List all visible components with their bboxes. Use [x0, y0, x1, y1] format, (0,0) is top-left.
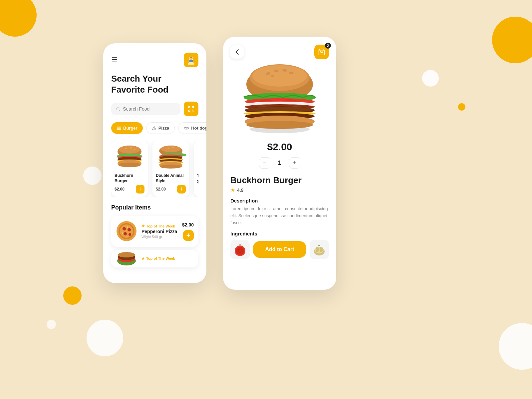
avatar-button[interactable] [184, 53, 198, 67]
ingredient-tomato [230, 240, 250, 259]
hotdog-tab-icon [184, 126, 189, 130]
add-to-cart-button[interactable]: Add to Cart [253, 241, 306, 258]
double-burger-image [156, 145, 186, 170]
popular-item-pepperoni-badge: ★ Top of The Week [141, 224, 178, 228]
deco-circle-top-right-small [422, 70, 439, 87]
quantity-increase-button[interactable]: + [289, 157, 300, 169]
user-avatar-icon [186, 55, 196, 65]
food-card-double-add-button[interactable]: + [177, 185, 186, 194]
deco-circle-mid-left [83, 167, 102, 185]
popular-item-pepperoni-info: ★ Top of The Week Pepperoni Pizza Wight … [141, 224, 178, 239]
svg-rect-3 [189, 60, 193, 62]
cart-badge: 2 [325, 43, 331, 49]
buckhorn-burger-image [115, 145, 144, 170]
food-card-buckhorn-bottom: $2.00 + [115, 185, 144, 194]
tab-pizza[interactable]: Pizza [146, 122, 175, 134]
popular-item-2-info: ★ Top of The Week [141, 256, 194, 261]
deco-circle-top-right-large [492, 17, 532, 63]
popular-item-pepperoni-add-button[interactable]: + [183, 230, 194, 241]
food-card-loc[interactable]: The Lo... $2.00 [194, 141, 198, 197]
product-rating-row: ★ 4.9 [230, 187, 329, 193]
svg-rect-14 [117, 128, 121, 128]
food-card-loc-price: $2.00 [197, 179, 198, 184]
svg-rect-9 [189, 110, 190, 111]
food-card-loc-img [197, 144, 198, 171]
svg-point-55 [127, 226, 128, 228]
product-rating-value: 4.9 [237, 188, 243, 193]
left-phone: ☰ Search Your Favorite Food [103, 43, 206, 283]
svg-point-50 [120, 224, 133, 238]
svg-point-53 [124, 232, 127, 235]
svg-point-54 [129, 233, 131, 236]
category-tabs: Burger Pizza Hot dog [111, 122, 198, 134]
quantity-control: − 1 + [223, 157, 336, 169]
popular-item-pepperoni-name: Pepperoni Pizza [141, 229, 178, 234]
food-cards-scroll: Buckhorn Burger $2.00 + [111, 141, 198, 197]
svg-line-12 [193, 111, 194, 112]
tab-burger[interactable]: Burger [111, 122, 143, 134]
svg-point-52 [128, 228, 131, 231]
food-card-buckhorn-add-button[interactable]: + [136, 185, 144, 194]
ingredient-onion [310, 240, 329, 259]
food-card-loc-bottom: $2.00 [197, 179, 198, 184]
svg-point-20 [119, 146, 140, 154]
deco-circle-small-bottom [47, 320, 56, 329]
svg-rect-13 [117, 127, 121, 127]
food-card-loc-name: The Lo... [197, 173, 198, 178]
popular-item-2-badge: ★ Top of The Week [141, 256, 194, 261]
popular-item-2[interactable]: ★ Top of The Week [111, 250, 198, 267]
svg-line-18 [185, 128, 188, 129]
back-arrow-icon [235, 49, 239, 55]
back-button[interactable] [230, 45, 244, 59]
scan-button[interactable] [184, 102, 198, 116]
svg-point-67 [274, 70, 279, 72]
description-title: Description [230, 198, 329, 203]
food-card-buckhorn[interactable]: Buckhorn Burger $2.00 + [111, 141, 148, 197]
popular-item-pepperoni-price: $2.00 [182, 222, 194, 227]
food-card-double[interactable]: Double Animal Style $2.00 + [152, 141, 189, 197]
popular-item-pepperoni[interactable]: ★ Top of The Week Pepperoni Pizza Wight … [111, 216, 198, 247]
search-input-wrap[interactable] [111, 103, 180, 115]
svg-point-60 [118, 252, 135, 257]
pepperoni-pizza-image [116, 220, 137, 242]
product-detail-content: Buckhorn Burger ★ 4.9 Description Lorem … [223, 175, 336, 266]
food-card-buckhorn-price: $2.00 [115, 187, 125, 192]
search-icon [116, 107, 120, 112]
svg-rect-8 [192, 107, 193, 108]
tab-hotdog[interactable]: Hot dog [178, 122, 206, 134]
svg-point-89 [320, 247, 323, 252]
burger-tab-icon [117, 126, 121, 130]
svg-rect-15 [117, 129, 121, 130]
quantity-value: 1 [276, 160, 284, 167]
deco-circle-top-left [0, 0, 37, 37]
svg-rect-7 [189, 107, 190, 108]
popular-item-pepperoni-img [116, 220, 137, 242]
buckhorn-burger-hero-svg [233, 64, 326, 134]
svg-point-16 [153, 128, 154, 129]
search-input[interactable] [123, 106, 176, 112]
cart-button[interactable]: 2 [314, 45, 329, 59]
product-name: Buckhorn Burger [230, 175, 329, 186]
svg-point-1 [188, 62, 194, 65]
svg-point-85 [238, 248, 240, 250]
product-hero-image [230, 63, 330, 136]
pizza-tab-icon [152, 126, 156, 131]
quantity-decrease-button[interactable]: − [259, 157, 270, 169]
food-card-double-price: $2.00 [156, 187, 166, 192]
svg-point-31 [161, 146, 181, 152]
deco-circle-bottom-left-yellow [63, 286, 82, 305]
page-title: Search Your Favorite Food [111, 73, 198, 95]
onion-ingredient-icon [312, 242, 327, 257]
svg-line-6 [119, 110, 120, 110]
svg-point-65 [252, 65, 307, 87]
food-card-double-bottom: $2.00 + [156, 185, 186, 194]
scan-icon [188, 106, 194, 112]
menu-icon[interactable]: ☰ [111, 56, 118, 64]
deco-circle-dot-right [458, 103, 465, 111]
search-bar [111, 102, 198, 116]
svg-point-33 [172, 147, 174, 148]
right-phone: 2 [223, 37, 336, 290]
description-text: Lorem ipsum dolor sit amet, consectetur … [230, 205, 329, 226]
svg-point-41 [160, 165, 182, 169]
product-price: $2.00 [223, 141, 336, 153]
